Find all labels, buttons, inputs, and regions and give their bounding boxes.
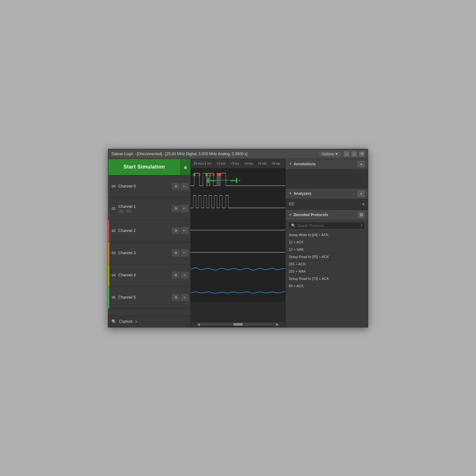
waveform-row-4 [191, 257, 285, 280]
channel-info: Channel 2 [117, 228, 172, 233]
channel-color-bar [108, 175, 109, 197]
channel-settings-button[interactable]: ⚙ [172, 294, 180, 301]
protocol-item[interactable]: 12 + NAK [288, 246, 365, 253]
svg-rect-0 [191, 169, 285, 190]
channel-row: 04 Channel 4 ⚙ ∿ [108, 264, 190, 287]
maximize-button[interactable]: □ [351, 151, 357, 157]
analyzer-menu-button[interactable]: ≡ [362, 202, 365, 207]
protocol-item[interactable]: 255 + ACK [288, 261, 365, 268]
analyzers-triangle: ▼ [289, 192, 292, 195]
capture-bar: 🔍 Capture » [108, 316, 190, 327]
channel-settings-button[interactable]: ⚙ [172, 205, 180, 212]
annotations-triangle: ▼ [289, 162, 292, 166]
channel-name: Channel 5 [118, 295, 172, 300]
svg-point-3 [206, 173, 208, 176]
capture-label: Capture [119, 319, 133, 324]
scroll-track[interactable] [200, 323, 276, 326]
channel-trigger-button[interactable]: +↑ [181, 249, 188, 256]
svg-rect-20 [191, 213, 285, 235]
channel-name: Channel 4 [118, 273, 172, 277]
analyzers-title: ▼ Analyzers [289, 191, 312, 196]
scroll-thumb[interactable] [233, 323, 243, 326]
waveform-svg-4 [191, 257, 285, 279]
window-title: Saleae Logic - [Disconnected] - [25.00 M… [111, 152, 248, 156]
channel-number: 02 [110, 229, 117, 233]
search-protocols-input[interactable] [297, 224, 361, 228]
simulation-arrow-button[interactable]: ▲ [180, 159, 190, 175]
channel-name: Channel 0 [118, 184, 172, 188]
channel-settings-button[interactable]: ⚙ [172, 272, 180, 279]
timeline-ticks: +1 ms +2 ms +3 ms +4 ms +5 ms +6 ms [200, 162, 283, 165]
svg-rect-25 [191, 280, 285, 301]
minimize-button[interactable]: – [344, 151, 349, 157]
tick-label: +5 ms [258, 162, 267, 165]
channel-row: 00 Channel 0 ⚙ +↑ [108, 175, 190, 198]
right-panel: ▼ Annotations + ▼ Analyzers + [285, 159, 368, 327]
protocol-item[interactable]: Setup Read to [73] + ACK [288, 275, 365, 282]
channel-controls: ⚙ +↑ [172, 249, 188, 256]
waveform-rows: 1.512 ms 659.0 Hz [191, 169, 285, 321]
left-panel: Start Simulation ▲ 00 Channel 0 ⚙ +↑ [108, 159, 191, 327]
channel-controls: ⚙ +↑ [172, 227, 188, 234]
svg-point-5 [213, 173, 215, 176]
decoded-protocols-settings-button[interactable]: ⚙ [358, 212, 365, 218]
svg-text:659.0 Hz: 659.0 Hz [231, 179, 237, 182]
options-button[interactable]: Options ▼ [319, 151, 341, 157]
waveform-row-1 [191, 191, 285, 213]
analyzers-add-button[interactable]: + [358, 190, 365, 197]
svg-point-8 [220, 173, 221, 176]
protocol-item[interactable]: Setup Read to [65] + ACK [288, 253, 365, 261]
channel-analog-button[interactable]: ∿ [181, 294, 188, 301]
waveform-row-3 [191, 235, 285, 257]
protocol-item[interactable]: 69 + ACK [288, 282, 365, 289]
analyzers-body: I2C ≡ [286, 199, 368, 209]
analyzers-section: ▼ Analyzers + I2C ≡ [286, 188, 368, 210]
app-window: Saleae Logic - [Disconnected] - [25.00 M… [108, 149, 368, 327]
annotations-add-button[interactable]: + [358, 161, 365, 167]
channel-settings-button[interactable]: ⚙ [172, 227, 180, 234]
simulation-btn-row: Start Simulation ▲ [108, 159, 190, 175]
title-bar: Saleae Logic - [Disconnected] - [25.00 M… [108, 149, 368, 159]
annotations-title: ▼ Annotations [289, 162, 316, 166]
channel-number: 03 [110, 251, 117, 255]
channel-info: Channel 4 [117, 273, 172, 277]
channel-row: 03 Channel 3 ⚙ +↑ [108, 242, 190, 264]
channel-trigger-button[interactable]: +↑ [181, 183, 188, 190]
channel-trigger-button[interactable]: +↑ [181, 227, 188, 234]
waveform-svg-0: 1.512 ms 659.0 Hz [191, 169, 285, 190]
channel-color-bar [108, 264, 109, 286]
protocol-item[interactable]: 255 + NAK [288, 268, 365, 275]
channel-controls: ⚙ ∿ [172, 294, 188, 301]
channel-settings-button[interactable]: ⚙ [172, 183, 180, 190]
annotations-section: ▼ Annotations + [286, 159, 368, 188]
search-filter-button[interactable]: f [361, 223, 362, 228]
channel-name: Channel 3 [118, 251, 172, 255]
start-simulation-button[interactable]: Start Simulation [108, 159, 180, 175]
channel-info: Channel 5 [117, 295, 172, 300]
analyzer-name: I2C [289, 202, 295, 206]
protocol-item[interactable]: 12 + ACK [288, 239, 365, 246]
tick-label: +2 ms [216, 162, 225, 165]
channel-number: 05 [110, 295, 117, 299]
channel-color-bar [108, 220, 109, 242]
waveform-svg-2 [191, 213, 285, 235]
svg-point-1 [193, 173, 195, 176]
tick-label: +4 ms [244, 162, 253, 165]
channel-trigger-button[interactable]: +↑ [181, 205, 188, 212]
protocol-item[interactable]: Setup Write to [64] + ACK [288, 231, 365, 239]
scroll-left-arrow[interactable]: ◀ [197, 322, 200, 327]
close-button[interactable]: ✕ [359, 151, 365, 157]
waveform-row-5 [191, 280, 285, 302]
channel-color-bar [108, 198, 109, 220]
channel-analog-button[interactable]: ∿ [181, 272, 188, 279]
scroll-bar: ◀ ▶ [191, 321, 285, 327]
channel-color-bar [108, 287, 109, 308]
channel-name: Channel 1 [118, 204, 172, 209]
svg-text:1.512 ms: 1.512 ms [210, 179, 215, 182]
channel-list: 00 Channel 0 ⚙ +↑ 01 Channel 1 I2C - [108, 175, 190, 316]
tick-label: +6 ms [272, 162, 281, 165]
channel-settings-button[interactable]: ⚙ [172, 249, 180, 256]
annotations-header: ▼ Annotations + [286, 159, 368, 169]
scroll-right-arrow[interactable]: ▶ [276, 322, 279, 327]
svg-point-4 [209, 173, 211, 176]
